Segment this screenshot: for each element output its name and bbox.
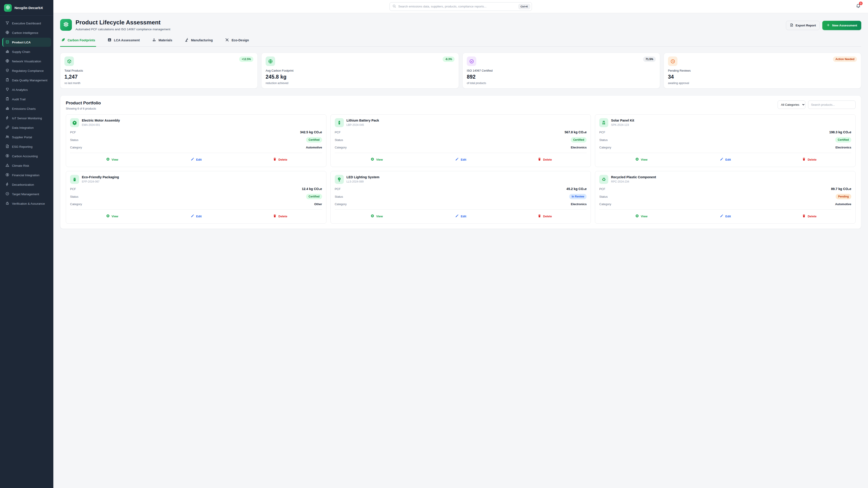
- delete-button[interactable]: Delete: [238, 213, 322, 220]
- trash-icon: [273, 214, 277, 219]
- pencil-icon: [191, 214, 194, 219]
- sidebar-item-executive-dashboard[interactable]: Executive Dashboard: [2, 19, 51, 28]
- sidebar-item-verification-assurance[interactable]: Verification & Assurance: [2, 199, 51, 208]
- new-assessment-button[interactable]: New Assessment: [822, 21, 861, 30]
- delete-button[interactable]: Delete: [767, 156, 851, 163]
- portfolio-header-text: Product Portfolio Showing 6 of 6 product…: [66, 101, 101, 110]
- bell-icon: [856, 5, 861, 9]
- sidebar-item-target-management[interactable]: Target Management: [2, 190, 51, 199]
- view-button[interactable]: View: [599, 213, 683, 220]
- sidebar-item-emissions-charts[interactable]: Emissions Charts: [2, 104, 51, 113]
- tab-materials[interactable]: Materials: [151, 37, 173, 47]
- delete-label: Delete: [278, 158, 287, 161]
- stat-trend-badge: +12.5%: [239, 57, 253, 62]
- portfolio-subtitle: Showing 6 of 6 products: [66, 107, 101, 110]
- status-badge: Certified: [571, 137, 587, 142]
- card-divider: [335, 209, 587, 210]
- view-button[interactable]: View: [70, 213, 154, 220]
- delete-label: Delete: [808, 215, 816, 218]
- stat-card-total-products: +12.5% Total Products 1,247 vs last mont…: [60, 53, 258, 89]
- trash-icon: [273, 157, 277, 162]
- category-label: Category: [335, 202, 347, 206]
- category-value: Automotive: [306, 146, 322, 149]
- sidebar-item-audit-trail[interactable]: Audit Trail: [2, 95, 51, 104]
- funnel-icon: [5, 21, 9, 26]
- category-value: Electronics: [571, 202, 587, 206]
- dollar-circle-icon: [5, 173, 9, 177]
- lock-icon: [5, 201, 9, 206]
- export-report-button[interactable]: Export Report: [786, 21, 819, 30]
- product-code: EMA-2024-001: [82, 123, 120, 127]
- sidebar-item-regulatory-compliance[interactable]: Regulatory Compliance: [2, 66, 51, 75]
- file-download-icon: [790, 23, 794, 28]
- search-icon: [393, 4, 396, 9]
- sidebar-item-iot-sensor-monitoring[interactable]: IoT Sensor Monitoring: [2, 113, 51, 123]
- edit-label: Edit: [196, 215, 202, 218]
- view-button[interactable]: View: [599, 156, 683, 163]
- page-header: Product Lifecycle Assessment Automated P…: [53, 13, 868, 31]
- edit-button[interactable]: Edit: [683, 156, 767, 163]
- category-filter-select[interactable]: All Categories: [778, 101, 805, 109]
- delete-label: Delete: [808, 158, 816, 161]
- category-label: Category: [599, 146, 611, 149]
- edit-button[interactable]: Edit: [418, 156, 503, 163]
- tab-eco-design[interactable]: Eco-Design: [224, 37, 250, 47]
- tools-icon: [225, 38, 229, 43]
- bar-chart-icon: [5, 106, 9, 111]
- sidebar-item-data-quality-management[interactable]: Data Quality Management: [2, 76, 51, 85]
- sidebar-item-esg-reporting[interactable]: ESG Reporting: [2, 142, 51, 151]
- sidebar-item-carbon-intelligence[interactable]: Carbon Intelligence: [2, 28, 51, 37]
- chart-square-icon: [107, 38, 112, 43]
- product-search-input[interactable]: [808, 101, 856, 109]
- pcf-value: 198.3 kg CO₂e: [829, 130, 851, 134]
- recycle-icon: ♻: [599, 175, 608, 184]
- sidebar-item-network-visualization[interactable]: Network Visualization: [2, 57, 51, 66]
- sidebar-item-ai-analytics[interactable]: AI Analytics: [2, 85, 51, 94]
- notifications-button[interactable]: 3: [856, 3, 861, 9]
- view-button[interactable]: View: [70, 156, 154, 163]
- brand-name: Nexgile-DecarbX: [14, 6, 43, 10]
- delete-label: Delete: [543, 215, 552, 218]
- delete-button[interactable]: Delete: [503, 156, 587, 163]
- tab-lca-assessment[interactable]: LCA Assessment: [106, 37, 141, 47]
- robot-arm-icon: [184, 38, 189, 43]
- card-divider: [335, 153, 587, 153]
- sidebar-item-supplier-portal[interactable]: Supplier Portal: [2, 133, 51, 142]
- sidebar-item-data-integration[interactable]: Data Integration: [2, 123, 51, 132]
- edit-button[interactable]: Edit: [418, 213, 503, 220]
- stat-label: Total Products: [64, 69, 253, 72]
- card-divider: [599, 153, 851, 153]
- edit-button[interactable]: Edit: [683, 213, 767, 220]
- view-button[interactable]: View: [335, 213, 419, 220]
- delete-button[interactable]: Delete: [238, 156, 322, 163]
- sidebar-item-financial-integration[interactable]: Financial Integration: [2, 170, 51, 180]
- edit-button[interactable]: Edit: [154, 213, 238, 220]
- sidebar-item-carbon-accounting[interactable]: Carbon Accounting: [2, 152, 51, 161]
- delete-button[interactable]: Delete: [767, 213, 851, 220]
- page-scroll-area[interactable]: Product Lifecycle Assessment Automated P…: [53, 13, 868, 488]
- card-divider: [70, 209, 322, 210]
- status-badge: Certified: [306, 194, 322, 199]
- global-search[interactable]: Ctrl+K: [390, 2, 532, 11]
- sidebar-item-product-lca[interactable]: Product LCA: [2, 38, 51, 47]
- sidebar-item-label: Regulatory Compliance: [12, 69, 43, 72]
- trash-icon: [537, 157, 541, 162]
- tab-label: Manufacturing: [191, 38, 213, 42]
- view-button[interactable]: View: [335, 156, 419, 163]
- product-name: LED Lighting System: [346, 175, 379, 179]
- tab-manufacturing[interactable]: Manufacturing: [184, 37, 214, 47]
- bar-chart-icon: [5, 50, 9, 54]
- search-input[interactable]: [398, 5, 516, 8]
- edit-button[interactable]: Edit: [154, 156, 238, 163]
- tab-carbon-footprints[interactable]: Carbon Footprints: [60, 37, 96, 47]
- sidebar-item-climate-risk[interactable]: Climate Risk: [2, 161, 51, 170]
- sidebar-item-decarbonization[interactable]: Decarbonization: [2, 180, 51, 189]
- delete-button[interactable]: Delete: [503, 213, 587, 220]
- product-code: SPK-2024-123: [611, 123, 634, 127]
- edit-label: Edit: [725, 215, 731, 218]
- sidebar-item-supply-chain[interactable]: Supply Chain: [2, 47, 51, 56]
- sidebar: Nexgile-DecarbX Executive Dashboard Carb…: [0, 0, 53, 488]
- pcf-label: PCF: [599, 187, 605, 191]
- sidebar-item-label: Decarbonization: [12, 183, 34, 186]
- shield-check-icon: [5, 68, 9, 73]
